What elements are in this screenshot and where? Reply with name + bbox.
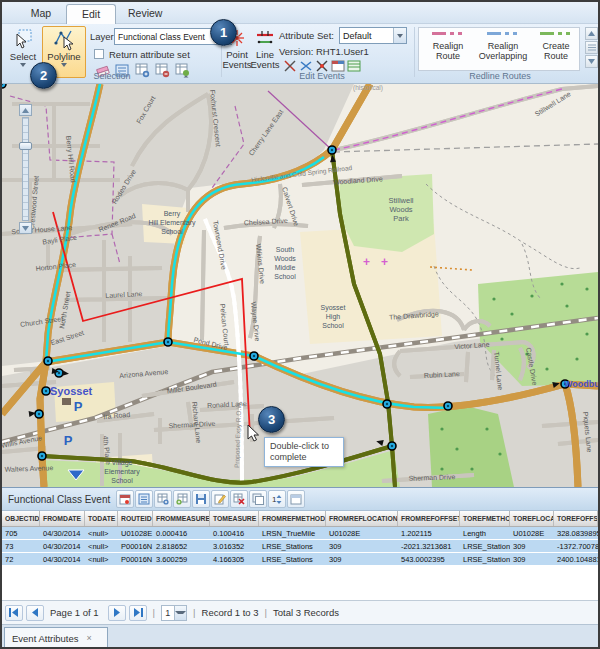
table-row[interactable]: 7304/30/2014<null>P00016N2.8186523.01635… — [2, 540, 598, 553]
svg-text:School: School — [322, 322, 344, 329]
callout-step-1: 1 — [210, 19, 237, 46]
ribbon-scrollbar[interactable] — [585, 27, 599, 71]
tab-map[interactable]: Map — [16, 4, 66, 24]
column-header[interactable]: TODATE — [85, 511, 118, 526]
create-route-icon — [539, 28, 573, 38]
close-tab-icon[interactable]: × — [87, 633, 92, 643]
save-icon[interactable] — [192, 490, 210, 508]
realign-route-icon — [431, 28, 465, 38]
realign-overlapping-icon — [486, 28, 520, 38]
edit-icon[interactable] — [211, 490, 229, 508]
column-header[interactable]: TOREFMETHOD — [460, 511, 510, 526]
delete-icon[interactable] — [230, 490, 248, 508]
edit-events-group-label: Edit Events — [252, 71, 392, 81]
grid-empty-area — [2, 567, 598, 600]
svg-text:School: School — [111, 477, 133, 484]
table-cell: 309 — [326, 540, 398, 552]
select-all-icon[interactable] — [135, 490, 153, 508]
hospital-cross-icon: + — [381, 255, 388, 269]
column-header[interactable]: OBJECTID — [2, 511, 40, 526]
grid-body: 70504/30/2014<null>U01028E0.0004160.1004… — [2, 527, 598, 567]
layer-label: Layer: — [90, 31, 116, 42]
table-cell: -2021.3213681 — [398, 540, 460, 552]
tab-edit[interactable]: Edit — [66, 4, 116, 24]
ribbon-scroll-thumb[interactable] — [585, 41, 598, 54]
table-cell: 0.100416 — [210, 527, 259, 539]
page-size-caret-icon[interactable] — [174, 606, 187, 620]
column-header[interactable]: TOREFOFFSET — [554, 511, 598, 526]
map-zoom-slider[interactable] — [19, 104, 32, 236]
table-cell: 309 — [510, 540, 554, 552]
attribute-set-caret-icon[interactable] — [393, 28, 406, 43]
table-cell: LRSE_Stations — [460, 540, 510, 552]
last-page-button[interactable] — [129, 605, 147, 621]
svg-text:Hill Elementary: Hill Elementary — [148, 219, 196, 227]
select-dropdown-caret[interactable] — [20, 63, 26, 67]
column-header[interactable]: FROMREFLOCATION — [326, 511, 398, 526]
total-records-label: Total 3 Records — [273, 607, 339, 618]
zoom-slider-track[interactable] — [22, 117, 29, 221]
svg-text:Middle: Middle — [275, 264, 296, 271]
table-cell: 309 — [326, 553, 398, 565]
first-page-button[interactable] — [5, 605, 23, 621]
open-window-icon[interactable] — [287, 490, 305, 508]
sort-icon[interactable]: 1 — [268, 490, 286, 508]
copy-icon[interactable] — [249, 490, 267, 508]
column-header[interactable]: TOREFLOCATION — [510, 511, 554, 526]
table-cell: <null> — [85, 553, 118, 565]
realign-route-button[interactable]: Realign Route — [423, 28, 473, 70]
place-label: Syosset — [50, 385, 93, 397]
polyline-dropdown-caret[interactable] — [61, 63, 67, 67]
zoom-out-icon[interactable] — [19, 222, 32, 234]
next-page-button[interactable] — [108, 605, 126, 621]
select-icon — [12, 27, 34, 51]
table-row[interactable]: 7204/30/2014<null>P00016N3.6002594.16630… — [2, 553, 598, 566]
svg-text:1: 1 — [272, 495, 277, 504]
page-size-select[interactable]: 1 — [161, 605, 187, 621]
zoom-slider-handle[interactable] — [19, 142, 32, 150]
set-date-icon[interactable] — [116, 490, 134, 508]
table-cell: 3.016352 — [210, 540, 259, 552]
table-cell: 705 — [2, 527, 40, 539]
return-attribute-set-checkbox[interactable] — [94, 49, 104, 59]
previous-page-button[interactable] — [26, 605, 44, 621]
column-header[interactable]: TOMEASURE — [210, 511, 259, 526]
table-cell: <null> — [85, 540, 118, 552]
realign-overlapping-button[interactable]: Realign Overlapping — [475, 28, 531, 70]
table-cell: LRSE_Stations — [259, 540, 326, 552]
ribbon-scroll-up-icon[interactable] — [585, 27, 598, 40]
attribute-set-label: Attribute Set: — [279, 30, 334, 41]
table-cell: 73 — [2, 540, 40, 552]
add-after-icon[interactable] — [173, 490, 191, 508]
ribbon-tab-bar: Map Edit Review — [2, 2, 598, 24]
table-cell: 04/30/2014 — [40, 553, 85, 565]
column-header[interactable]: FROMREFMETHOD — [259, 511, 326, 526]
column-header[interactable]: FROMDATE — [40, 511, 85, 526]
map-viewport[interactable]: + + Syosset Woodbury Stillwell Woods Par… — [2, 84, 598, 487]
svg-text:Stillwell: Stillwell — [388, 196, 413, 205]
selection-group-label: Selection — [42, 71, 182, 81]
tab-review[interactable]: Review — [116, 4, 172, 24]
table-cell: 1.202115 — [398, 527, 460, 539]
column-header[interactable]: ROUTEID — [118, 511, 153, 526]
table-cell: -1372.7007874 — [554, 540, 598, 552]
add-before-icon[interactable] — [154, 490, 172, 508]
table-cell: 2.818652 — [153, 540, 210, 552]
tab-event-attributes[interactable]: Event Attributes × — [4, 627, 108, 648]
column-header[interactable]: FROMREFOFFSET — [398, 511, 460, 526]
application-window: Map Edit Review Select Polyline Layer: F… — [0, 0, 600, 649]
table-row[interactable]: 70504/30/2014<null>U01028E0.0004160.1004… — [2, 527, 598, 540]
polyline-icon — [53, 27, 75, 51]
table-cell: 4.166305 — [210, 553, 259, 565]
attribute-set-combobox[interactable]: Default — [339, 27, 407, 44]
svg-text:Woods: Woods — [274, 255, 296, 262]
create-route-button[interactable]: Create Route — [533, 28, 579, 70]
return-attribute-set-label: Return attribute set — [109, 49, 190, 60]
column-header[interactable]: FROMMEASURE — [153, 511, 210, 526]
ribbon-scroll-down-icon[interactable] — [585, 55, 598, 68]
table-cell: LRSE_Stations — [259, 553, 326, 565]
table-cell: U01028E — [326, 527, 398, 539]
parking-icon: P — [64, 433, 73, 448]
table-cell: 04/30/2014 — [40, 527, 85, 539]
zoom-in-icon[interactable] — [19, 104, 32, 116]
